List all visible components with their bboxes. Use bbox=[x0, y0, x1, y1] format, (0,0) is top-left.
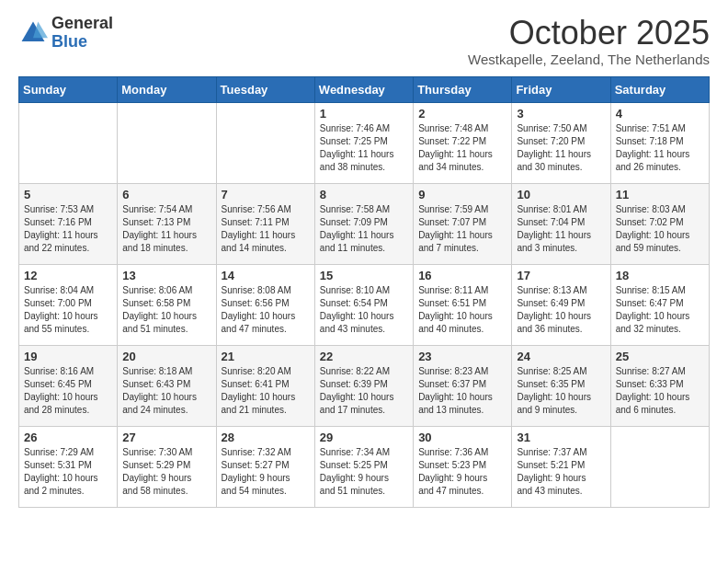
logo-blue-text: Blue bbox=[51, 33, 113, 52]
day-info: Sunrise: 8:22 AM Sunset: 6:39 PM Dayligh… bbox=[320, 365, 408, 417]
day-number: 4 bbox=[616, 107, 704, 121]
calendar-cell: 29Sunrise: 7:34 AM Sunset: 5:25 PM Dayli… bbox=[314, 426, 413, 507]
calendar-cell: 11Sunrise: 8:03 AM Sunset: 7:02 PM Dayli… bbox=[610, 183, 709, 264]
logo-text: General Blue bbox=[51, 15, 113, 52]
calendar-cell: 17Sunrise: 8:13 AM Sunset: 6:49 PM Dayli… bbox=[512, 264, 610, 345]
month-title: October 2025 bbox=[468, 15, 710, 52]
day-number: 7 bbox=[222, 188, 310, 201]
calendar-cell bbox=[610, 426, 709, 507]
day-info: Sunrise: 7:37 AM Sunset: 5:21 PM Dayligh… bbox=[517, 446, 605, 498]
day-info: Sunrise: 7:32 AM Sunset: 5:27 PM Dayligh… bbox=[222, 446, 310, 498]
day-info: Sunrise: 8:16 AM Sunset: 6:45 PM Dayligh… bbox=[24, 365, 112, 417]
day-info: Sunrise: 7:48 AM Sunset: 7:22 PM Dayligh… bbox=[418, 122, 506, 174]
calendar-week-row: 26Sunrise: 7:29 AM Sunset: 5:31 PM Dayli… bbox=[19, 426, 710, 507]
title-section: October 2025 Westkapelle, Zeeland, The N… bbox=[468, 15, 710, 67]
calendar-cell: 5Sunrise: 7:53 AM Sunset: 7:16 PM Daylig… bbox=[19, 183, 118, 264]
logo-icon bbox=[18, 18, 48, 48]
day-info: Sunrise: 8:10 AM Sunset: 6:54 PM Dayligh… bbox=[320, 284, 408, 336]
weekday-header-row: SundayMondayTuesdayWednesdayThursdayFrid… bbox=[19, 76, 710, 102]
day-info: Sunrise: 7:30 AM Sunset: 5:29 PM Dayligh… bbox=[122, 446, 210, 498]
calendar-week-row: 1Sunrise: 7:46 AM Sunset: 7:25 PM Daylig… bbox=[19, 102, 710, 183]
day-info: Sunrise: 7:34 AM Sunset: 5:25 PM Dayligh… bbox=[320, 446, 408, 498]
day-number: 2 bbox=[418, 107, 506, 121]
day-info: Sunrise: 7:58 AM Sunset: 7:09 PM Dayligh… bbox=[320, 203, 408, 255]
calendar-cell: 4Sunrise: 7:51 AM Sunset: 7:18 PM Daylig… bbox=[610, 102, 709, 183]
weekday-header: Sunday bbox=[19, 76, 118, 102]
day-number: 15 bbox=[320, 269, 408, 282]
weekday-header: Monday bbox=[118, 76, 216, 102]
page-header: General Blue October 2025 Westkapelle, Z… bbox=[18, 15, 710, 67]
location: Westkapelle, Zeeland, The Netherlands bbox=[468, 52, 710, 67]
day-number: 27 bbox=[122, 431, 210, 444]
day-info: Sunrise: 7:53 AM Sunset: 7:16 PM Dayligh… bbox=[24, 203, 112, 255]
day-info: Sunrise: 8:04 AM Sunset: 7:00 PM Dayligh… bbox=[24, 284, 112, 336]
day-info: Sunrise: 7:36 AM Sunset: 5:23 PM Dayligh… bbox=[418, 446, 506, 498]
day-info: Sunrise: 8:01 AM Sunset: 7:04 PM Dayligh… bbox=[517, 203, 605, 255]
day-number: 11 bbox=[616, 188, 704, 201]
calendar-cell: 8Sunrise: 7:58 AM Sunset: 7:09 PM Daylig… bbox=[314, 183, 413, 264]
calendar-cell: 22Sunrise: 8:22 AM Sunset: 6:39 PM Dayli… bbox=[314, 345, 413, 426]
day-number: 13 bbox=[122, 269, 210, 282]
weekday-header: Thursday bbox=[414, 76, 512, 102]
day-number: 30 bbox=[418, 431, 506, 444]
calendar-week-row: 5Sunrise: 7:53 AM Sunset: 7:16 PM Daylig… bbox=[19, 183, 710, 264]
day-number: 29 bbox=[320, 431, 408, 444]
day-number: 17 bbox=[517, 269, 605, 282]
day-info: Sunrise: 8:03 AM Sunset: 7:02 PM Dayligh… bbox=[616, 203, 704, 255]
calendar-cell: 20Sunrise: 8:18 AM Sunset: 6:43 PM Dayli… bbox=[118, 345, 216, 426]
calendar-cell: 10Sunrise: 8:01 AM Sunset: 7:04 PM Dayli… bbox=[512, 183, 610, 264]
weekday-header: Friday bbox=[512, 76, 610, 102]
day-info: Sunrise: 8:11 AM Sunset: 6:51 PM Dayligh… bbox=[418, 284, 506, 336]
day-info: Sunrise: 8:08 AM Sunset: 6:56 PM Dayligh… bbox=[222, 284, 310, 336]
day-number: 31 bbox=[517, 431, 605, 444]
day-number: 6 bbox=[122, 188, 210, 201]
calendar-cell: 16Sunrise: 8:11 AM Sunset: 6:51 PM Dayli… bbox=[414, 264, 512, 345]
day-number: 23 bbox=[418, 350, 506, 363]
calendar-cell: 2Sunrise: 7:48 AM Sunset: 7:22 PM Daylig… bbox=[414, 102, 512, 183]
weekday-header: Saturday bbox=[610, 76, 709, 102]
day-info: Sunrise: 8:18 AM Sunset: 6:43 PM Dayligh… bbox=[122, 365, 210, 417]
day-info: Sunrise: 8:15 AM Sunset: 6:47 PM Dayligh… bbox=[616, 284, 704, 336]
day-info: Sunrise: 8:27 AM Sunset: 6:33 PM Dayligh… bbox=[616, 365, 704, 417]
day-number: 3 bbox=[517, 107, 605, 121]
day-number: 25 bbox=[616, 350, 704, 363]
calendar-cell: 6Sunrise: 7:54 AM Sunset: 7:13 PM Daylig… bbox=[118, 183, 216, 264]
day-info: Sunrise: 8:23 AM Sunset: 6:37 PM Dayligh… bbox=[418, 365, 506, 417]
calendar-cell bbox=[216, 102, 314, 183]
calendar-cell: 13Sunrise: 8:06 AM Sunset: 6:58 PM Dayli… bbox=[118, 264, 216, 345]
day-info: Sunrise: 7:50 AM Sunset: 7:20 PM Dayligh… bbox=[517, 122, 605, 174]
calendar-cell: 24Sunrise: 8:25 AM Sunset: 6:35 PM Dayli… bbox=[512, 345, 610, 426]
calendar-cell: 15Sunrise: 8:10 AM Sunset: 6:54 PM Dayli… bbox=[314, 264, 413, 345]
weekday-header: Tuesday bbox=[216, 76, 314, 102]
day-info: Sunrise: 7:56 AM Sunset: 7:11 PM Dayligh… bbox=[222, 203, 310, 255]
calendar-cell: 27Sunrise: 7:30 AM Sunset: 5:29 PM Dayli… bbox=[118, 426, 216, 507]
calendar-cell: 31Sunrise: 7:37 AM Sunset: 5:21 PM Dayli… bbox=[512, 426, 610, 507]
calendar-cell: 28Sunrise: 7:32 AM Sunset: 5:27 PM Dayli… bbox=[216, 426, 314, 507]
day-number: 14 bbox=[222, 269, 310, 282]
day-number: 22 bbox=[320, 350, 408, 363]
day-info: Sunrise: 8:13 AM Sunset: 6:49 PM Dayligh… bbox=[517, 284, 605, 336]
calendar-table: SundayMondayTuesdayWednesdayThursdayFrid… bbox=[18, 76, 710, 508]
calendar-cell: 23Sunrise: 8:23 AM Sunset: 6:37 PM Dayli… bbox=[414, 345, 512, 426]
day-info: Sunrise: 8:06 AM Sunset: 6:58 PM Dayligh… bbox=[122, 284, 210, 336]
calendar-cell: 7Sunrise: 7:56 AM Sunset: 7:11 PM Daylig… bbox=[216, 183, 314, 264]
calendar-cell bbox=[19, 102, 118, 183]
day-info: Sunrise: 8:25 AM Sunset: 6:35 PM Dayligh… bbox=[517, 365, 605, 417]
day-number: 24 bbox=[517, 350, 605, 363]
day-number: 10 bbox=[517, 188, 605, 201]
calendar-cell bbox=[118, 102, 216, 183]
calendar-week-row: 12Sunrise: 8:04 AM Sunset: 7:00 PM Dayli… bbox=[19, 264, 710, 345]
day-number: 1 bbox=[320, 107, 408, 121]
calendar-cell: 25Sunrise: 8:27 AM Sunset: 6:33 PM Dayli… bbox=[610, 345, 709, 426]
day-info: Sunrise: 7:29 AM Sunset: 5:31 PM Dayligh… bbox=[24, 446, 112, 498]
calendar-cell: 1Sunrise: 7:46 AM Sunset: 7:25 PM Daylig… bbox=[314, 102, 413, 183]
calendar-cell: 21Sunrise: 8:20 AM Sunset: 6:41 PM Dayli… bbox=[216, 345, 314, 426]
day-number: 8 bbox=[320, 188, 408, 201]
day-number: 28 bbox=[222, 431, 310, 444]
logo: General Blue bbox=[18, 15, 113, 52]
day-info: Sunrise: 7:51 AM Sunset: 7:18 PM Dayligh… bbox=[616, 122, 704, 174]
calendar-cell: 12Sunrise: 8:04 AM Sunset: 7:00 PM Dayli… bbox=[19, 264, 118, 345]
day-info: Sunrise: 7:59 AM Sunset: 7:07 PM Dayligh… bbox=[418, 203, 506, 255]
day-number: 5 bbox=[24, 188, 112, 201]
day-info: Sunrise: 8:20 AM Sunset: 6:41 PM Dayligh… bbox=[222, 365, 310, 417]
